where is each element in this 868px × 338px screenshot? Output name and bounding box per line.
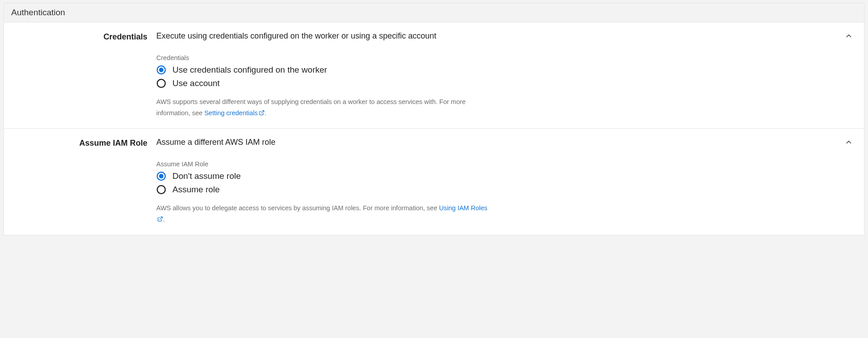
credentials-radio-account[interactable]: Use account — [156, 78, 837, 88]
svg-point-5 — [159, 174, 163, 178]
assume-role-collapse-toggle[interactable] — [843, 138, 854, 148]
svg-point-6 — [157, 186, 165, 194]
assume-role-radio-dont[interactable]: Don't assume role — [156, 171, 837, 181]
radio-selected-icon — [156, 65, 166, 75]
radio-unselected-icon — [156, 78, 166, 88]
svg-point-2 — [157, 79, 165, 87]
assume-role-field-label: Assume IAM Role — [156, 160, 837, 168]
radio-unselected-icon — [156, 185, 166, 195]
credentials-field-label: Credentials — [156, 54, 837, 61]
chevron-up-icon — [845, 138, 853, 148]
credentials-radio-account-label: Use account — [172, 78, 220, 88]
credentials-collapse-toggle[interactable] — [843, 31, 854, 42]
assume-role-radio-dont-label: Don't assume role — [172, 171, 241, 181]
authentication-panel: Authentication Credentials Execute using… — [4, 3, 864, 235]
credentials-radio-group: Use credentials configured on the worker… — [156, 65, 837, 88]
credentials-label: Credentials — [4, 31, 156, 118]
assume-role-radio-assume[interactable]: Assume role — [156, 185, 837, 195]
external-link-icon — [157, 216, 163, 222]
svg-line-7 — [159, 217, 162, 220]
assume-role-help-text: AWS allows you to delegate access to ser… — [156, 203, 488, 225]
credentials-help-suffix: . — [265, 109, 266, 117]
credentials-summary: Execute using credentials configured on … — [156, 31, 837, 41]
radio-selected-icon — [156, 171, 166, 181]
assume-role-help-prefix: AWS allows you to delegate access to ser… — [156, 204, 439, 212]
credentials-radio-worker[interactable]: Use credentials configured on the worker — [156, 65, 837, 75]
credentials-radio-worker-label: Use credentials configured on the worker — [172, 65, 327, 75]
external-link-icon — [259, 110, 265, 116]
svg-line-3 — [261, 110, 264, 113]
assume-role-section: Assume IAM Role Assume a different AWS I… — [4, 128, 864, 234]
assume-role-help-suffix: . — [163, 216, 165, 223]
chevron-up-icon — [845, 32, 853, 42]
assume-role-radio-assume-label: Assume role — [172, 185, 220, 195]
panel-title: Authentication — [4, 3, 864, 22]
assume-role-radio-group: Don't assume role Assume role — [156, 171, 837, 195]
credentials-help-prefix: AWS supports several different ways of s… — [156, 98, 466, 117]
svg-point-1 — [159, 68, 163, 72]
assume-role-summary: Assume a different AWS IAM role — [156, 138, 837, 147]
setting-credentials-link[interactable]: Setting credentials — [204, 109, 264, 117]
assume-role-label: Assume IAM Role — [4, 138, 156, 225]
credentials-help-text: AWS supports several different ways of s… — [156, 96, 488, 118]
credentials-section: Credentials Execute using credentials co… — [4, 22, 864, 128]
